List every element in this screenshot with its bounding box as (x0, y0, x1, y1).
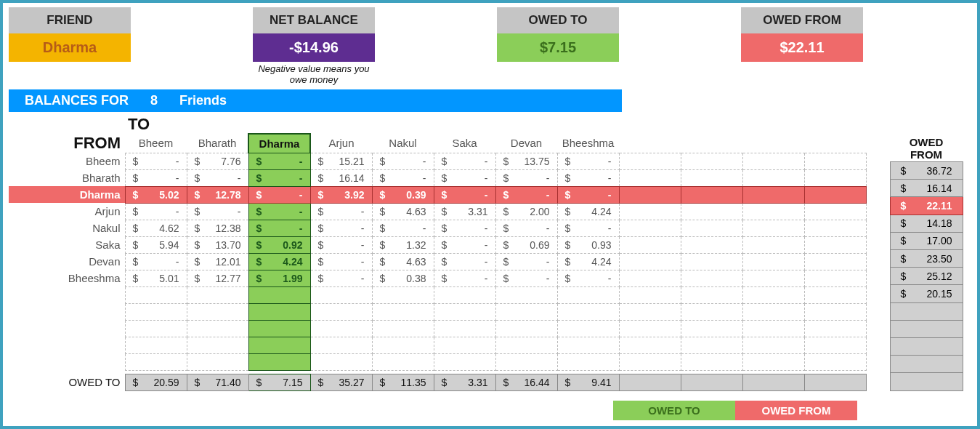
cell[interactable] (187, 286, 248, 303)
cell[interactable] (495, 303, 557, 320)
cell[interactable] (804, 353, 866, 370)
cell[interactable] (557, 320, 619, 337)
cell[interactable] (742, 203, 804, 220)
cell[interactable]: $1.32 (372, 236, 434, 253)
cell[interactable] (804, 286, 866, 303)
cell[interactable] (125, 353, 187, 370)
cell[interactable] (125, 320, 187, 337)
cell[interactable] (619, 236, 681, 253)
cell[interactable] (681, 286, 742, 303)
cell[interactable] (248, 337, 310, 353)
cell[interactable] (804, 374, 866, 390)
col-header[interactable]: Bheeshma (557, 134, 619, 153)
cell[interactable] (495, 353, 557, 370)
cell[interactable] (681, 303, 742, 320)
cell[interactable] (372, 320, 434, 337)
cell[interactable]: $0.69 (495, 236, 557, 253)
cell[interactable]: $- (434, 220, 495, 236)
cell[interactable]: $- (125, 169, 187, 186)
cell[interactable] (187, 353, 248, 370)
cell[interactable] (619, 253, 681, 270)
cell[interactable]: $3.31 (434, 203, 495, 220)
owedfrom-side-table[interactable]: OWED FROM$36.72$16.14$22.11$14.18$17.00$… (890, 115, 963, 391)
cell[interactable] (681, 253, 742, 270)
cell[interactable] (557, 286, 619, 303)
cell[interactable]: $- (248, 203, 310, 220)
cell[interactable]: $- (372, 153, 434, 169)
cell[interactable]: $- (557, 186, 619, 203)
cell[interactable]: $- (372, 169, 434, 186)
cell[interactable] (619, 220, 681, 236)
cell[interactable]: $16.44 (495, 374, 557, 390)
row-header[interactable]: Bharath (9, 169, 125, 186)
cell[interactable]: $12.01 (187, 253, 248, 270)
cell[interactable] (742, 153, 804, 169)
cell[interactable]: $- (495, 220, 557, 236)
side-cell[interactable]: $20.15 (890, 285, 963, 302)
cell[interactable] (681, 220, 742, 236)
cell[interactable]: $- (434, 186, 495, 203)
cell[interactable]: $11.35 (372, 374, 434, 390)
friend-card-value[interactable]: Dharma (9, 33, 131, 62)
cell[interactable] (248, 353, 310, 370)
cell[interactable]: $- (248, 186, 310, 203)
cell[interactable]: $- (495, 186, 557, 203)
cell[interactable]: $20.59 (125, 374, 187, 390)
cell[interactable]: $12.77 (187, 270, 248, 286)
cell[interactable] (619, 270, 681, 286)
cell[interactable]: $- (187, 203, 248, 220)
cell[interactable] (804, 337, 866, 353)
col-header[interactable] (619, 134, 681, 153)
cell[interactable]: $- (125, 203, 187, 220)
cell[interactable] (619, 153, 681, 169)
cell[interactable] (187, 320, 248, 337)
cell[interactable] (310, 303, 372, 320)
cell[interactable] (804, 236, 866, 253)
cell[interactable]: $0.92 (248, 236, 310, 253)
cell[interactable] (804, 169, 866, 186)
cell[interactable] (681, 270, 742, 286)
cell[interactable] (681, 320, 742, 337)
cell[interactable] (742, 353, 804, 370)
cell[interactable]: $4.24 (557, 203, 619, 220)
owedto-row-table[interactable]: OWED TO$20.59$71.40$7.15$35.27$11.35$3.3… (9, 374, 867, 391)
row-header[interactable] (9, 337, 125, 353)
cell[interactable] (742, 186, 804, 203)
cell[interactable] (434, 353, 495, 370)
cell[interactable]: $4.62 (125, 220, 187, 236)
cell[interactable] (310, 353, 372, 370)
row-header[interactable]: Saka (9, 236, 125, 253)
cell[interactable]: $0.39 (372, 186, 434, 203)
cell[interactable] (557, 353, 619, 370)
cell[interactable]: $- (248, 220, 310, 236)
cell[interactable] (804, 303, 866, 320)
cell[interactable]: $- (310, 253, 372, 270)
cell[interactable] (557, 303, 619, 320)
cell[interactable]: $7.76 (187, 153, 248, 169)
cell[interactable] (187, 303, 248, 320)
cell[interactable] (742, 337, 804, 353)
cell[interactable] (742, 374, 804, 390)
cell[interactable] (434, 320, 495, 337)
row-header[interactable] (9, 303, 125, 320)
side-cell[interactable]: $17.00 (890, 232, 963, 249)
col-header[interactable] (804, 134, 866, 153)
balances-table[interactable]: TOFROMBheemBharathDharmaArjunNakulSakaDe… (9, 115, 867, 371)
cell[interactable] (372, 353, 434, 370)
cell[interactable] (804, 203, 866, 220)
cell[interactable]: $- (495, 169, 557, 186)
side-cell[interactable] (890, 373, 963, 390)
cell[interactable]: $- (125, 153, 187, 169)
cell[interactable] (681, 236, 742, 253)
cell[interactable]: $13.70 (187, 236, 248, 253)
cell[interactable]: $- (434, 169, 495, 186)
row-header[interactable] (9, 286, 125, 303)
cell[interactable]: $4.63 (372, 253, 434, 270)
col-header[interactable]: Bharath (187, 134, 248, 153)
cell[interactable]: $- (557, 220, 619, 236)
cell[interactable] (742, 253, 804, 270)
col-header[interactable]: Devan (495, 134, 557, 153)
cell[interactable]: $- (495, 253, 557, 270)
cell[interactable]: $- (125, 253, 187, 270)
row-header[interactable]: Nakul (9, 220, 125, 236)
